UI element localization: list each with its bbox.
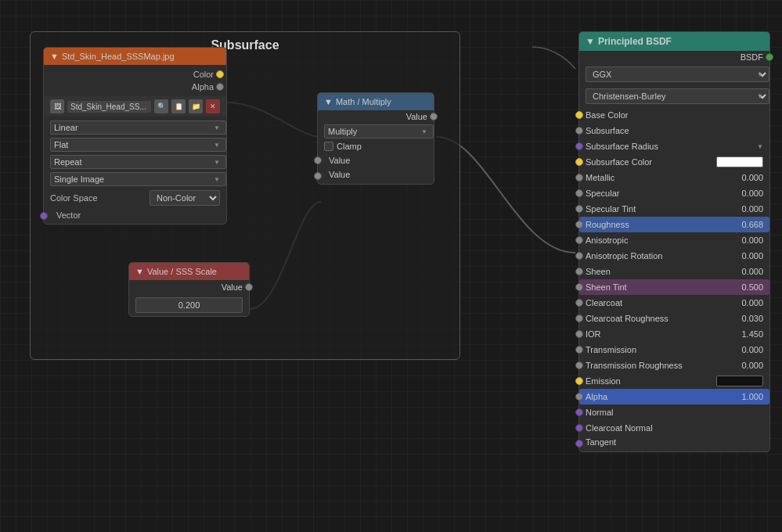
- bsdf-row-sheen: Sheen 0.000: [579, 264, 769, 279]
- bsdf-row-tangent: Tangent: [579, 436, 769, 451]
- specular-tint-socket[interactable]: [575, 205, 583, 213]
- math-value1-label: Value: [329, 156, 350, 165]
- source-select[interactable]: Single Image: [50, 172, 226, 186]
- color-space-row: Color Space Non-Color: [44, 188, 226, 208]
- roughness-socket[interactable]: [575, 221, 583, 228]
- value-collapse-icon[interactable]: ▼: [135, 267, 144, 276]
- bsdf-header: ▼ Principled BSDF: [579, 32, 769, 51]
- bsdf-row-clearcoat: Clearcoat 0.000: [579, 295, 769, 311]
- bsdf-row-base-color: Base Color: [579, 107, 769, 123]
- anisotropic-rotation-value: 0.000: [732, 251, 763, 261]
- sheen-tint-socket[interactable]: [575, 283, 583, 291]
- specular-label: Specular: [586, 189, 732, 198]
- math-value1-row: Value: [318, 153, 434, 168]
- math-operation-select[interactable]: Multiply: [324, 124, 434, 138]
- emission-label: Emission: [586, 376, 716, 386]
- bsdf-socket-out[interactable]: [766, 53, 773, 61]
- delete-btn[interactable]: ✕: [206, 99, 220, 113]
- image-name[interactable]: Std_Skin_Head_SS...: [67, 101, 151, 113]
- extension-select[interactable]: Flat: [50, 138, 226, 152]
- transmission-socket[interactable]: [575, 346, 583, 354]
- base-color-label: Base Color: [586, 110, 763, 120]
- subsurface-color-socket[interactable]: [575, 158, 583, 166]
- clearcoat-roughness-socket[interactable]: [575, 315, 583, 322]
- clearcoat-socket[interactable]: [575, 299, 583, 307]
- bsdf-collapse-icon[interactable]: ▼: [586, 36, 595, 47]
- alpha-value: 1.000: [732, 392, 763, 401]
- folder-btn[interactable]: 📁: [189, 99, 203, 113]
- subsurface-method-select[interactable]: Christensen-Burley: [586, 88, 769, 104]
- interpolation-select[interactable]: Linear: [50, 120, 226, 135]
- specular-tint-label: Specular Tint: [586, 204, 732, 214]
- value-display[interactable]: 0.200: [135, 297, 243, 313]
- bsdf-output-row: BSDF: [579, 51, 769, 63]
- anisotropic-rotation-socket[interactable]: [575, 252, 583, 260]
- ior-value: 1.450: [732, 329, 763, 339]
- collapse-arrow-icon[interactable]: ▼: [50, 52, 59, 61]
- distribution-row: GGX ▼: [579, 63, 769, 85]
- subsurface-radius-socket[interactable]: [575, 142, 583, 150]
- color-space-select[interactable]: Non-Color: [150, 190, 220, 206]
- bsdf-row-ior: IOR 1.450: [579, 326, 769, 342]
- emission-socket[interactable]: [575, 377, 583, 385]
- bsdf-output-label: BSDF: [741, 52, 763, 62]
- anisotropic-value: 0.000: [732, 235, 763, 245]
- sheen-socket[interactable]: [575, 268, 583, 275]
- math-node: ▼ Math / Multiply Value Multiply ▼ Clamp…: [317, 92, 434, 185]
- sheen-tint-value: 0.500: [732, 282, 763, 292]
- anisotropic-label: Anisotropic: [586, 235, 732, 245]
- projection-select[interactable]: Repeat: [50, 155, 226, 169]
- math-value-socket-out[interactable]: [430, 113, 438, 120]
- bsdf-row-subsurface: Subsurface: [579, 123, 769, 138]
- math-value1-socket[interactable]: [314, 156, 322, 164]
- transmission-roughness-label: Transmission Roughness: [586, 361, 732, 370]
- clamp-checkbox[interactable]: [324, 142, 333, 151]
- specular-value: 0.000: [732, 189, 763, 198]
- vector-socket-in[interactable]: [40, 212, 48, 220]
- distribution-select[interactable]: GGX: [586, 66, 769, 82]
- transmission-roughness-socket[interactable]: [575, 361, 583, 369]
- math-value2-label: Value: [329, 170, 350, 179]
- clearcoat-normal-label: Clearcoat Normal: [586, 423, 763, 433]
- value-node-header: ▼ Value / SSS Scale: [129, 263, 249, 280]
- specular-socket[interactable]: [575, 189, 583, 197]
- transmission-label: Transmission: [586, 345, 732, 354]
- alpha-label: Alpha: [192, 82, 214, 92]
- math-value2-socket[interactable]: [314, 172, 322, 180]
- bsdf-row-anisotropic: Anisotropic 0.000: [579, 232, 769, 248]
- image-texture-header: ▼ Std_Skin_Head_SSSMap.jpg: [44, 48, 226, 65]
- subsurface-label: Subsurface: [586, 126, 763, 135]
- alpha-socket[interactable]: [575, 393, 583, 401]
- bsdf-row-subsurface-radius: Subsurface Radius ▼: [579, 138, 769, 154]
- anisotropic-rotation-label: Anisotropic Rotation: [586, 251, 732, 261]
- vector-row: Vector: [44, 208, 226, 224]
- ior-socket[interactable]: [575, 330, 583, 338]
- tangent-socket[interactable]: [575, 440, 583, 448]
- alpha-socket-out[interactable]: [216, 83, 224, 91]
- color-output-row: Color: [50, 68, 220, 81]
- copy-btn[interactable]: 📋: [171, 99, 186, 113]
- emission-swatch[interactable]: [716, 376, 763, 386]
- browse-btn[interactable]: 🔍: [154, 99, 168, 113]
- math-collapse-icon[interactable]: ▼: [324, 97, 333, 106]
- normal-socket[interactable]: [575, 408, 583, 416]
- metallic-socket[interactable]: [575, 174, 583, 182]
- sheen-tint-label: Sheen Tint: [586, 282, 732, 292]
- subsurface-socket[interactable]: [575, 127, 583, 135]
- sub-radius-arrow: ▼: [757, 143, 763, 150]
- color-socket-out[interactable]: [216, 70, 224, 78]
- color-space-label: Color Space: [50, 193, 150, 203]
- clearcoat-normal-socket[interactable]: [575, 424, 583, 432]
- value-node-title: Value / SSS Scale: [147, 267, 217, 276]
- bsdf-row-anisotropic-rotation: Anisotropic Rotation 0.000: [579, 248, 769, 264]
- base-color-socket[interactable]: [575, 111, 583, 119]
- value-socket-out[interactable]: [245, 283, 253, 291]
- roughness-label: Roughness: [586, 220, 732, 229]
- bsdf-row-normal: Normal: [579, 404, 769, 420]
- math-title: Math / Multiply: [336, 97, 391, 106]
- extension-row: Flat ▼: [44, 136, 226, 153]
- bsdf-row-subsurface-color: Subsurface Color: [579, 154, 769, 170]
- subsurface-color-swatch[interactable]: [716, 156, 763, 167]
- bsdf-row-clearcoat-normal: Clearcoat Normal: [579, 420, 769, 436]
- anisotropic-socket[interactable]: [575, 236, 583, 244]
